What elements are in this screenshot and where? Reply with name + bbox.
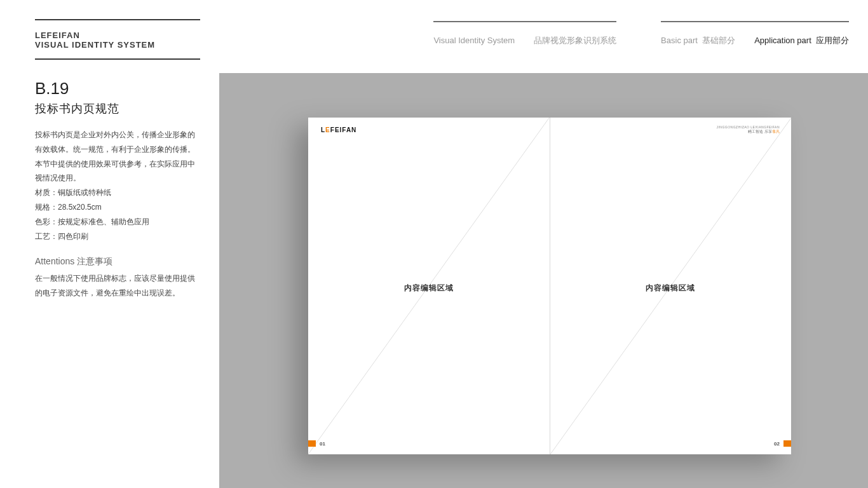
page-left-chip [308,440,316,447]
spec-size: 规格：28.5x20.5cm [35,200,200,215]
section-code: B.19 [35,79,200,98]
attentions-heading: Attentions 注意事项 [35,256,200,268]
spec-material: 材质：铜版纸或特种纸 [35,186,200,200]
page-left-footer: 01 [308,440,325,447]
attentions-body: 在一般情况下使用品牌标志，应该尽量使用提供的电子资源文件，避免在重绘中出现误差。 [35,271,200,301]
page-right-number: 02 [774,441,780,447]
page-left: LEFEIFAN 内容编辑区域 01 [308,118,550,454]
nav-basic[interactable]: Basic part 基础部分 [661,35,735,46]
page-right-content-label: 内容编辑区域 [550,283,792,294]
page-left-number: 01 [320,441,325,447]
brand-line-2: VISUAL IDENTITY SYSTEM [35,40,200,50]
top-nav: Visual Identity System 品牌视觉形象识别系统 Basic … [433,35,849,46]
nav-group-system: Visual Identity System 品牌视觉形象识别系统 [433,35,616,46]
sidebar: LEFEIFAN VISUAL IDENTITY SYSTEM B.19 投标书… [35,19,200,301]
page-right: JINGGONGZHIZAO LEXIANGFEIFAN 精工智造 乐享非凡 内… [550,118,792,454]
nav-sys-en: Visual Identity System [433,36,515,45]
nav-application[interactable]: Application part 应用部分 [754,35,849,46]
brand-line-1: LEFEIFAN [35,30,200,40]
brand-block: LEFEIFAN VISUAL IDENTITY SYSTEM [35,19,200,60]
page-left-content-label: 内容编辑区域 [308,283,550,294]
section-paragraph: 投标书内页是企业对外内公关，传播企业形象的有效载体。统一规范，有利于企业形象的传… [35,128,200,186]
nav-group-parts: Basic part 基础部分 Application part 应用部分 [661,35,849,46]
page-right-footer: 02 [774,440,791,447]
page-right-chip [783,440,791,447]
spec-color: 色彩：按规定标准色、辅助色应用 [35,215,200,229]
preview-stage: LEFEIFAN 内容编辑区域 01 JINGGONGZHIZAO LEXIAN… [219,73,868,488]
spec-craft: 工艺：四色印刷 [35,229,200,244]
nav-sys-cn: 品牌视觉形象识别系统 [534,35,616,46]
document-spread: LEFEIFAN 内容编辑区域 01 JINGGONGZHIZAO LEXIAN… [308,118,791,454]
section-title: 投标书内页规范 [35,101,200,116]
